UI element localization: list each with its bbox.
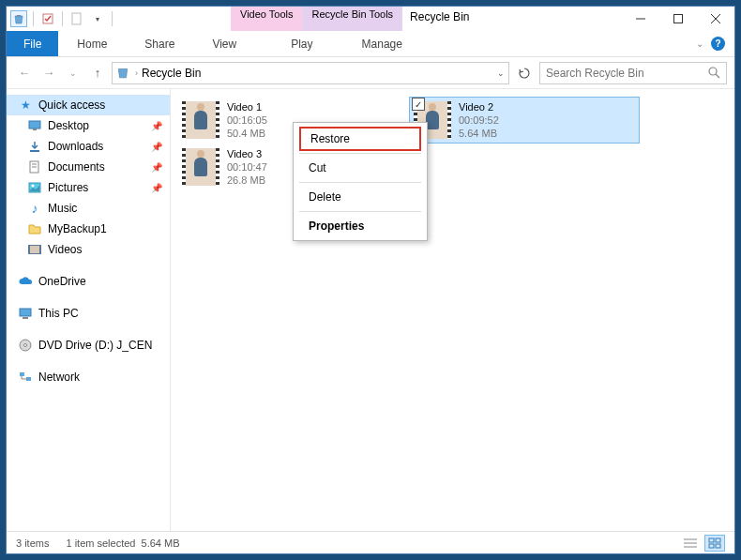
file-duration: 00:10:47 xyxy=(227,160,267,174)
sidebar-label: OneDrive xyxy=(38,275,86,288)
svg-point-6 xyxy=(709,68,717,75)
sidebar-item-mybackup1[interactable]: MyBackup1 xyxy=(7,219,170,239)
svg-point-15 xyxy=(32,185,35,188)
file-item[interactable]: ✓ Video 2 00:09:52 5.64 MB xyxy=(409,97,640,144)
file-name: Video 2 xyxy=(459,100,499,114)
search-input[interactable] xyxy=(546,67,708,80)
breadcrumb-sep[interactable]: › xyxy=(135,68,138,78)
video-tools-label: Video Tools xyxy=(240,8,293,20)
sidebar-label: DVD Drive (D:) J_CEN xyxy=(38,339,152,352)
svg-point-21 xyxy=(24,344,27,347)
sidebar-label: Network xyxy=(38,371,80,384)
sidebar-item-videos[interactable]: Videos xyxy=(7,239,170,260)
explorer-window: ▾ Video Tools Recycle Bin Tools Recycle … xyxy=(6,6,735,554)
sidebar-network[interactable]: Network xyxy=(7,367,170,387)
properties-check-icon[interactable] xyxy=(39,10,56,27)
ctx-delete[interactable]: Delete xyxy=(295,185,425,209)
thumbnails-view-button[interactable] xyxy=(704,535,725,552)
separator xyxy=(33,11,34,26)
video-thumbnail xyxy=(182,148,219,186)
dvd-icon xyxy=(18,338,33,353)
sidebar-item-documents[interactable]: Documents 📌 xyxy=(7,157,170,177)
sidebar-label: This PC xyxy=(38,307,79,320)
sidebar-item-desktop[interactable]: Desktop 📌 xyxy=(7,115,170,136)
svg-rect-18 xyxy=(20,309,31,316)
address-location[interactable]: Recycle Bin xyxy=(142,67,493,80)
window-title: Recycle Bin xyxy=(402,7,476,31)
address-field[interactable]: › Recycle Bin ⌄ xyxy=(112,62,509,84)
folder-icon xyxy=(27,221,42,236)
pin-icon: 📌 xyxy=(151,183,162,193)
nav-up-button[interactable]: ↑ xyxy=(87,63,108,83)
svg-rect-27 xyxy=(709,538,714,542)
file-checkbox[interactable]: ✓ xyxy=(412,98,425,111)
minimize-button[interactable] xyxy=(622,7,659,31)
new-doc-icon[interactable] xyxy=(68,10,85,27)
contextual-tool-tabs: Video Tools Recycle Bin Tools xyxy=(231,7,402,31)
search-icon[interactable] xyxy=(708,67,720,79)
pictures-icon xyxy=(27,180,42,195)
recycle-bin-icon[interactable] xyxy=(10,10,27,27)
nav-forward-button[interactable]: → xyxy=(38,63,59,83)
video-thumbnail xyxy=(182,101,219,139)
svg-rect-3 xyxy=(674,15,683,23)
thispc-icon xyxy=(18,306,33,321)
separator xyxy=(112,11,113,26)
details-view-button[interactable] xyxy=(680,535,701,552)
nav-back-button[interactable]: ← xyxy=(14,63,35,83)
ribbon: File Home Share View Play Manage ⌄ ? xyxy=(7,31,734,57)
qat-dropdown-icon[interactable]: ▾ xyxy=(89,10,106,27)
svg-rect-19 xyxy=(23,317,28,319)
search-box[interactable] xyxy=(539,62,727,84)
sidebar-label: MyBackup1 xyxy=(48,222,107,235)
video-tools-tab[interactable]: Video Tools xyxy=(231,7,302,31)
sidebar-item-pictures[interactable]: Pictures 📌 xyxy=(7,177,170,198)
tab-play[interactable]: Play xyxy=(266,31,337,56)
file-duration: 00:16:05 xyxy=(227,114,267,127)
sidebar-label: Videos xyxy=(48,243,82,256)
tab-manage[interactable]: Manage xyxy=(338,31,427,56)
file-meta: Video 2 00:09:52 5.64 MB xyxy=(459,100,499,140)
file-size: 50.4 MB xyxy=(227,127,267,140)
ctx-properties[interactable]: Properties xyxy=(295,214,425,238)
file-list[interactable]: Video 1 00:16:05 50.4 MB ✓ Video 2 00:09… xyxy=(171,89,734,531)
sidebar-thispc[interactable]: This PC xyxy=(7,303,170,324)
sidebar-onedrive[interactable]: OneDrive xyxy=(7,271,170,292)
sidebar-dvd[interactable]: DVD Drive (D:) J_CEN xyxy=(7,335,170,356)
status-selection: 1 item selected 5.64 MB xyxy=(66,537,179,549)
sidebar-item-downloads[interactable]: Downloads 📌 xyxy=(7,136,170,157)
pin-icon: 📌 xyxy=(151,162,162,173)
recycle-tools-tab[interactable]: Recycle Bin Tools xyxy=(302,7,402,31)
close-button[interactable] xyxy=(697,7,734,31)
separator xyxy=(62,11,63,26)
tab-home[interactable]: Home xyxy=(58,31,126,56)
sidebar-label: Documents xyxy=(48,160,105,174)
nav-recent-dropdown[interactable]: ⌄ xyxy=(63,63,83,83)
svg-rect-1 xyxy=(72,13,81,24)
sidebar-label: Desktop xyxy=(48,119,89,132)
ctx-restore[interactable]: Restore xyxy=(299,127,421,151)
ctx-cut[interactable]: Cut xyxy=(295,156,425,180)
svg-rect-29 xyxy=(709,544,714,548)
file-name: Video 1 xyxy=(227,100,267,114)
svg-line-7 xyxy=(716,74,719,78)
svg-rect-8 xyxy=(29,121,40,129)
tab-view[interactable]: View xyxy=(193,31,255,56)
ribbon-expand-icon[interactable]: ⌄ xyxy=(696,38,703,49)
sidebar-label: Pictures xyxy=(48,181,88,194)
downloads-icon xyxy=(27,139,42,154)
refresh-button[interactable] xyxy=(513,67,536,80)
file-meta: Video 3 00:10:47 26.8 MB xyxy=(227,147,267,187)
sidebar-quick-access[interactable]: ★ Quick access xyxy=(7,95,170,115)
star-icon: ★ xyxy=(18,98,33,113)
videos-icon xyxy=(27,242,42,257)
separator xyxy=(299,153,421,154)
help-icon[interactable]: ? xyxy=(711,37,725,51)
recycle-tools-label: Recycle Bin Tools xyxy=(311,8,393,20)
svg-rect-30 xyxy=(716,544,720,548)
tab-share[interactable]: Share xyxy=(126,31,193,56)
sidebar-item-music[interactable]: ♪ Music xyxy=(7,198,170,219)
address-dropdown-icon[interactable]: ⌄ xyxy=(497,68,505,78)
maximize-button[interactable] xyxy=(659,7,697,31)
file-tab[interactable]: File xyxy=(7,31,58,56)
